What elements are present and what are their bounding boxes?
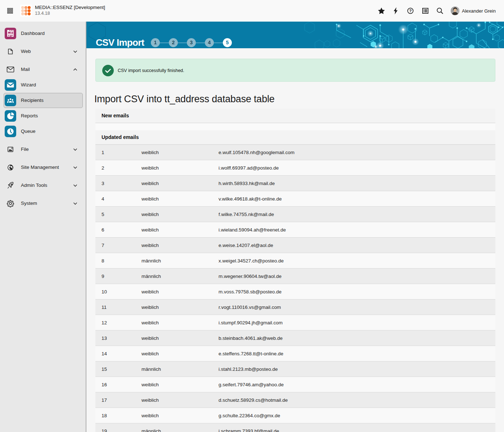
- svg-text:?: ?: [409, 9, 411, 13]
